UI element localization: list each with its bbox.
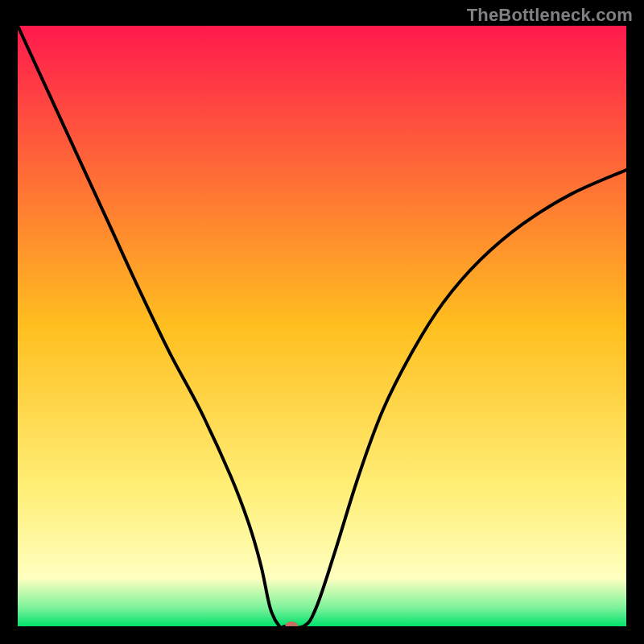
chart-plot-area	[18, 26, 626, 626]
chart-background	[18, 26, 626, 626]
watermark-text: TheBottleneck.com	[467, 5, 633, 26]
chart-svg	[18, 26, 626, 626]
chart-stage: TheBottleneck.com	[0, 0, 644, 644]
